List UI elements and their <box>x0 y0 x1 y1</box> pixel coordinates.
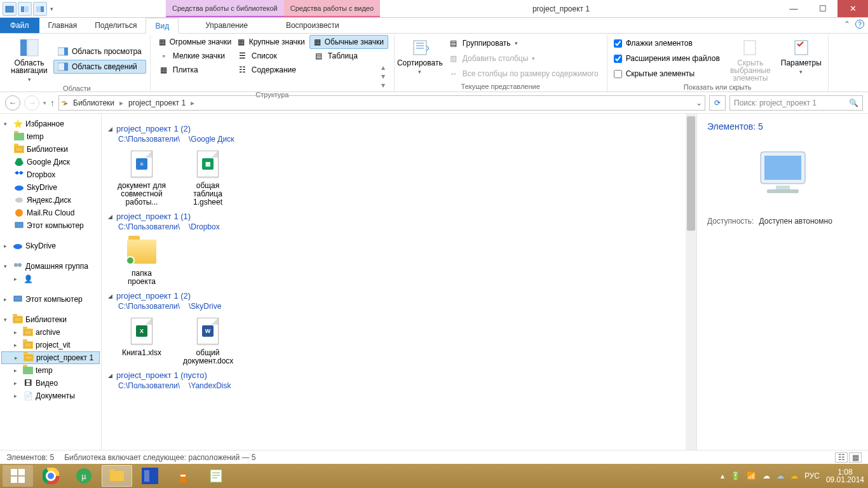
tree-lib-archive[interactable]: ▸archive <box>1 326 100 339</box>
large-icons-button[interactable]: ▦Крупные значки <box>233 35 309 49</box>
group-header[interactable]: ◢project_проект 1 (2) <box>108 124 696 133</box>
group-header[interactable]: ◢project_проект 1 (2) <box>108 291 696 301</box>
add-columns-button[interactable]: ▥Добавить столбцы ▾ <box>444 51 603 65</box>
forward-button[interactable]: → <box>24 95 39 111</box>
taskbar-chrome[interactable] <box>36 465 66 487</box>
refresh-button[interactable]: ⟳ <box>709 95 726 111</box>
tree-fav-yandex[interactable]: Яндекс.Диск <box>1 194 100 207</box>
tray-cloud1-icon[interactable]: ☁ <box>763 471 770 480</box>
tree-lib-video[interactable]: ▸🎞Видео <box>1 377 100 390</box>
tree-lib-temp[interactable]: ▸temp <box>1 364 100 377</box>
qat-dropdown[interactable]: ▾ <box>48 6 55 12</box>
tree-skydrive[interactable]: ▸SkyDrive <box>1 240 100 252</box>
tree-favorites[interactable]: ▾⭐Избранное <box>1 118 100 130</box>
tray-network-icon[interactable]: 📶 <box>747 471 756 480</box>
tray-cloud3-icon[interactable]: ☁ <box>790 471 798 480</box>
file-item[interactable]: ▦общая таблица 1.gsheet <box>183 149 233 207</box>
qat-btn-1[interactable] <box>3 2 17 16</box>
navigation-pane-button[interactable]: Область навигации ▾ <box>8 35 51 83</box>
hidden-items-toggle[interactable]: Скрытые элементы <box>611 67 722 80</box>
tree-fav-skydrive[interactable]: SkyDrive <box>1 181 100 194</box>
extra-large-icons-button[interactable]: ▦Огромные значки <box>154 35 233 49</box>
tab-home[interactable]: Главная <box>39 18 86 33</box>
tab-share[interactable]: Поделиться <box>86 18 146 33</box>
minimize-button[interactable]: — <box>779 0 808 17</box>
tab-play[interactable]: Воспроизвести <box>267 18 358 33</box>
tiles-button[interactable]: ▦Плитка <box>154 63 233 77</box>
details-pane-button[interactable]: Область сведений <box>53 60 146 74</box>
tree-lib-docs[interactable]: ▸📄Документы <box>1 390 100 402</box>
taskbar-totalcmd[interactable] <box>135 465 165 487</box>
taskbar-notepad[interactable] <box>201 465 231 487</box>
options-button[interactable]: Параметры ▾ <box>778 35 824 82</box>
tray-clock[interactable]: 1:08 09.01.2014 <box>826 468 864 484</box>
taskbar-explorer[interactable] <box>102 465 132 487</box>
group-path[interactable]: C:\Пользователи\\SkyDrive <box>118 302 696 311</box>
tree-fav-thispc[interactable]: Этот компьютер <box>1 219 100 232</box>
crumb-libraries[interactable]: Библиотеки <box>71 98 117 107</box>
size-columns-button[interactable]: ↔Все столбцы по размеру содержимого <box>444 67 603 81</box>
details-button[interactable]: ☷Содержание <box>233 63 309 77</box>
hide-selected-button[interactable]: Скрыть выбранные элементы <box>725 35 776 82</box>
tray-up-icon[interactable]: ▴ <box>721 471 724 480</box>
tab-file[interactable]: Файл <box>0 18 39 33</box>
tab-manage[interactable]: Управление <box>186 18 267 33</box>
group-by-button[interactable]: ▤Группировать ▾ <box>444 36 603 50</box>
view-details-button[interactable]: ☷ <box>835 452 848 463</box>
medium-icons-button[interactable]: ▦Обычные значки <box>309 35 388 49</box>
file-item[interactable]: ≡документ для совместной работы... <box>117 149 166 207</box>
tray-language[interactable]: РУС <box>804 471 820 480</box>
tree-homegroup-user[interactable]: ▸👤 <box>1 273 100 285</box>
tree-fav-gdrive[interactable]: Google Диск <box>1 156 100 168</box>
search-box[interactable]: Поиск: project_проект 1 🔍 <box>729 95 863 111</box>
tree-homegroup[interactable]: ▾Домашняя группа <box>1 260 100 273</box>
help-icon[interactable]: ? <box>855 20 864 29</box>
tree-fav-dropbox[interactable]: Dropbox <box>1 168 100 181</box>
scrollbar-thumb[interactable] <box>687 116 695 231</box>
taskbar-vlc[interactable] <box>168 465 198 487</box>
navigation-tree[interactable]: ▾⭐Избранное temp Библиотеки Google Диск … <box>0 114 102 450</box>
start-button[interactable] <box>3 465 33 487</box>
group-header[interactable]: ◢project_проект 1 (1) <box>108 212 696 221</box>
tray-cloud2-icon[interactable]: ☁ <box>776 471 784 480</box>
list-button[interactable]: ☰Список <box>233 49 309 63</box>
content-pane[interactable]: ◢project_проект 1 (2)C:\Пользователи\\Go… <box>102 114 696 450</box>
breadcrumb[interactable]: ▸ Библиотеки ▸ project_проект 1 ▸ ⌄ <box>58 95 705 111</box>
tree-lib-project1[interactable]: ▸project_проект 1 <box>1 351 100 364</box>
tree-fav-libraries[interactable]: Библиотеки <box>1 143 100 156</box>
breadcrumb-dropdown-icon[interactable]: ⌄ <box>696 98 702 107</box>
tree-libraries[interactable]: ▾Библиотеки <box>1 313 100 326</box>
tab-view[interactable]: Вид <box>146 18 179 34</box>
recent-dropdown-icon[interactable]: ▾ <box>43 100 46 106</box>
tree-fav-mailru[interactable]: Mail.Ru Cloud <box>1 207 100 219</box>
small-icons-button[interactable]: ▫Мелкие значки <box>154 49 233 63</box>
preview-pane-button[interactable]: Область просмотра <box>53 44 146 58</box>
maximize-button[interactable]: ☐ <box>808 0 837 17</box>
layout-scroll[interactable]: ▴▾▾ <box>381 63 390 90</box>
checkboxes-toggle[interactable]: Флажки элементов <box>611 37 722 50</box>
tree-fav-temp[interactable]: temp <box>1 130 100 143</box>
up-button[interactable]: ↑ <box>50 98 55 108</box>
qat-btn-2[interactable] <box>18 2 32 16</box>
tree-thispc[interactable]: ▸Этот компьютер <box>1 293 100 306</box>
ribbon-expand-icon[interactable]: ⌃ <box>844 20 850 29</box>
file-item[interactable]: Wобщий документ.docx <box>183 316 233 365</box>
file-item[interactable]: папка проекта <box>117 236 166 286</box>
table-button[interactable]: ▤Таблица <box>309 49 388 63</box>
group-path[interactable]: C:\Пользователи\\YandexDisk <box>118 381 696 390</box>
file-item[interactable]: XКнига1.xlsx <box>117 316 166 365</box>
qat-btn-3[interactable] <box>33 2 47 16</box>
vertical-scrollbar[interactable] <box>686 114 696 450</box>
group-path[interactable]: C:\Пользователи\\Google Диск <box>118 135 696 144</box>
group-header[interactable]: ◢project_проект 1 (пусто) <box>108 370 696 380</box>
view-icons-button[interactable]: ▦ <box>849 452 862 463</box>
sort-button[interactable]: Сортировать ▾ <box>398 35 442 81</box>
crumb-project[interactable]: project_проект 1 <box>126 98 188 107</box>
back-button[interactable]: ← <box>5 95 20 111</box>
group-path[interactable]: C:\Пользователи\\Dropbox <box>118 222 696 231</box>
tree-lib-projectvit[interactable]: ▸project_vit <box>1 339 100 351</box>
taskbar-utorrent[interactable]: µ <box>69 465 99 487</box>
extensions-toggle[interactable]: Расширения имен файлов <box>611 52 722 65</box>
tray-battery-icon[interactable]: 🔋 <box>731 471 740 480</box>
close-button[interactable]: ✕ <box>837 0 868 17</box>
